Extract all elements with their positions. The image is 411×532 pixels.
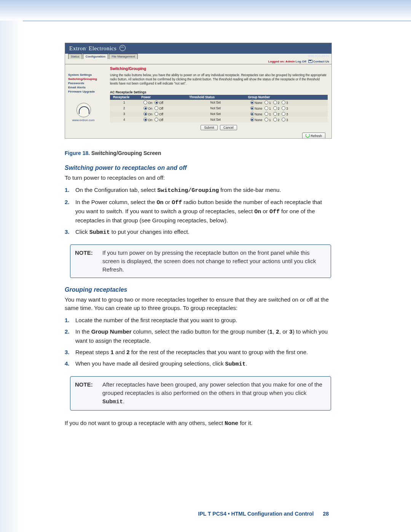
- main-panel: Switching/Grouping Using the radio butto…: [110, 67, 328, 139]
- brand-logo: Extron. Electronics: [69, 45, 126, 52]
- page-footer: IPL T PCS4 • HTML Configuration and Cont…: [198, 511, 329, 517]
- sidebar-url[interactable]: www.extron.com: [68, 118, 99, 122]
- group-none-radio[interactable]: [250, 101, 254, 104]
- cell-group: None123: [245, 111, 328, 117]
- t: After receptacles have been grouped, any…: [102, 381, 322, 396]
- refresh-label: Refresh: [311, 134, 322, 138]
- logoff-link[interactable]: Log Off: [296, 60, 306, 63]
- group-none-radio[interactable]: [250, 118, 254, 121]
- figure-title: Switching/Grouping Screen: [91, 150, 161, 156]
- group-2-radio[interactable]: [273, 106, 277, 110]
- section-2-steps: Locate the number of the first receptacl…: [65, 316, 331, 372]
- col-threshold: Threshold Status: [186, 95, 245, 100]
- power-off-radio[interactable]: [155, 118, 158, 121]
- group-1-radio[interactable]: [264, 118, 268, 121]
- note-label: NOTE:: [75, 249, 93, 257]
- page-header-gradient: [0, 0, 411, 21]
- tabbar: Status Configuration File Management: [68, 54, 139, 59]
- group-1-radio[interactable]: [264, 112, 268, 116]
- cell-group: None123: [245, 117, 328, 123]
- step-1: On the Configuration tab, select Switchi…: [65, 186, 331, 198]
- step-2: In the Group Number column, select the r…: [65, 328, 331, 348]
- brand-text-2: Electronics: [89, 45, 116, 51]
- envelope-icon: [308, 60, 312, 63]
- cell-threshold: Not Set: [186, 105, 245, 111]
- brand-text-1: Extron: [69, 45, 86, 51]
- section-1-steps: On the Configuration tab, select Switchi…: [65, 186, 331, 240]
- cell-power: OnOff: [138, 117, 186, 123]
- power-off-radio[interactable]: [155, 106, 158, 110]
- cell-power: OnOff: [138, 105, 186, 111]
- step-3: Click Submit to put your changes into ef…: [65, 228, 331, 240]
- col-receptacle: Receptacle: [110, 95, 138, 100]
- group-2-radio[interactable]: [273, 118, 277, 121]
- t: When you have made all desired grouping …: [75, 360, 225, 367]
- table-row: 3OnOffNot SetNone123: [110, 111, 328, 117]
- cell-power: OnOff: [138, 100, 186, 105]
- tab-status[interactable]: Status: [68, 54, 82, 59]
- power-on-radio[interactable]: [143, 101, 147, 104]
- group-none-radio[interactable]: [250, 112, 254, 116]
- section-1-intro: To turn power to receptacles on and off:: [65, 174, 331, 182]
- group-2-radio[interactable]: [273, 101, 277, 104]
- t: If you do not want to group a receptacle…: [65, 420, 225, 426]
- embedded-screenshot: Extron. Electronics Status Configuration…: [65, 43, 332, 139]
- logged-on-label: Logged on: Admin: [268, 60, 295, 63]
- step-1: Locate the number of the first receptacl…: [65, 316, 331, 328]
- page-number: 28: [318, 511, 329, 517]
- t: 3: [289, 329, 293, 335]
- sidebar-item-passwords[interactable]: Passwords: [68, 81, 103, 85]
- logged-on-text: Logged on:: [268, 60, 285, 63]
- outro: If you do not want to group a receptacle…: [65, 419, 331, 428]
- group-none-radio[interactable]: [250, 106, 254, 110]
- t: .: [123, 398, 124, 404]
- cell-receptacle: 2: [110, 105, 138, 111]
- sidebar-item-switching-grouping[interactable]: Switching/Grouping: [68, 77, 103, 81]
- footer-text: IPL T PCS4 • HTML Configuration and Cont…: [198, 511, 314, 517]
- refresh-button[interactable]: Refresh: [302, 133, 325, 139]
- group-1-radio[interactable]: [264, 106, 268, 110]
- tab-configuration[interactable]: Configuration: [83, 54, 108, 59]
- power-on-radio[interactable]: [143, 118, 147, 121]
- contact-us-link[interactable]: Contact Us: [308, 60, 329, 63]
- refresh-row: Refresh: [110, 133, 328, 139]
- page-left-gradient: [0, 21, 23, 532]
- t: and: [114, 349, 126, 355]
- t: Submit: [225, 361, 246, 367]
- sidebar-item-firmware-upgrade[interactable]: Firmware Upgrade: [68, 89, 103, 94]
- cell-receptacle: 1: [110, 100, 138, 105]
- cancel-button[interactable]: Cancel: [220, 125, 237, 130]
- t: or: [163, 199, 172, 205]
- cell-receptacle: 3: [110, 111, 138, 117]
- t: .: [246, 360, 247, 367]
- group-3-radio[interactable]: [282, 112, 285, 116]
- cell-threshold: Not Set: [186, 100, 245, 105]
- cell-power: OnOff: [138, 111, 186, 117]
- t: Off: [269, 209, 280, 215]
- refresh-icon: [306, 133, 310, 137]
- contact-us-label: Contact Us: [313, 60, 329, 63]
- group-3-radio[interactable]: [282, 118, 285, 121]
- t: to put your changes into effect.: [110, 228, 190, 235]
- sidebar-item-email-alerts[interactable]: Email Alerts: [68, 85, 103, 89]
- power-off-radio[interactable]: [155, 101, 158, 104]
- group-3-radio[interactable]: [282, 106, 285, 110]
- logged-on-user: Admin: [285, 60, 295, 63]
- submit-button[interactable]: Submit: [201, 125, 217, 130]
- power-on-radio[interactable]: [143, 106, 147, 110]
- t: 2: [276, 329, 279, 335]
- group-2-radio[interactable]: [273, 112, 277, 116]
- group-1-radio[interactable]: [264, 101, 268, 104]
- cell-group: None123: [245, 100, 328, 105]
- group-3-radio[interactable]: [282, 101, 285, 104]
- tab-file-management[interactable]: File Management: [109, 54, 138, 59]
- app-header: Extron. Electronics: [65, 43, 331, 54]
- button-row: Submit Cancel: [110, 125, 328, 130]
- table-title: AC Receptacle Settings: [110, 90, 328, 94]
- col-group: Group Number: [245, 95, 328, 100]
- sidebar-item-system-settings[interactable]: System Settings: [68, 73, 103, 77]
- power-off-radio[interactable]: [155, 112, 158, 116]
- power-on-radio[interactable]: [143, 112, 147, 116]
- t: ,: [272, 328, 276, 335]
- panel-title: Switching/Grouping: [110, 67, 328, 71]
